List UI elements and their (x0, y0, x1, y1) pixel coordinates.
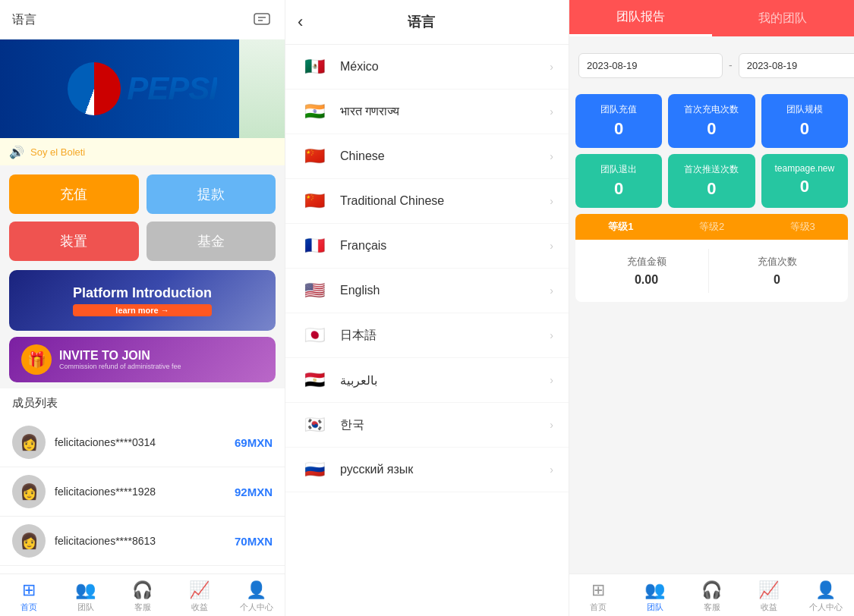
platform-banner[interactable]: Platform Introduction learn more → (9, 270, 276, 331)
lang-item-mexico[interactable]: 🇲🇽 México › (285, 45, 569, 90)
stat-label: 团队规模 (770, 103, 839, 116)
tab-my-team[interactable]: 我的团队 (712, 0, 855, 36)
india-flag-icon: 🇮🇳 (301, 102, 328, 121)
date-from-input[interactable] (578, 53, 723, 78)
level-stat-count: 充值次数 0 (715, 249, 839, 293)
pepsi-circle-icon (68, 62, 121, 115)
members-header: 成员列表 (0, 388, 285, 418)
level-stat-value: 0.00 (591, 273, 702, 287)
lang-name: Chinese (340, 149, 550, 163)
member-amount: 69MXN (235, 436, 273, 449)
language-list: 🇲🇽 México › 🇮🇳 भारत गणराज्य › 🇨🇳 Chinese… (285, 45, 569, 616)
list-item: 👩 felicitaciones****1928 92MXN (0, 467, 285, 517)
pepsi-banner: PEPSI (0, 39, 285, 138)
withdraw-button[interactable]: 提款 (147, 174, 276, 214)
avatar: 👩 (12, 524, 46, 558)
korea-flag-icon: 🇰🇷 (301, 415, 328, 435)
level-tab-1[interactable]: 等级1 (575, 214, 666, 240)
right-nav-profile[interactable]: 👤 个人中心 (797, 580, 854, 613)
left-header: 语言 (0, 0, 285, 39)
lang-item-japanese[interactable]: 🇯🇵 日本語 › (285, 313, 569, 358)
japan-flag-icon: 🇯🇵 (301, 325, 328, 345)
home-icon: ⊞ (22, 580, 36, 600)
install-button[interactable]: 装置 (9, 222, 139, 261)
chevron-right-icon: › (550, 419, 553, 431)
nav-item-profile[interactable]: 👤 个人中心 (228, 580, 285, 613)
invite-title: INVITE TO JOIN (59, 349, 181, 363)
nav-item-service[interactable]: 🎧 客服 (114, 580, 171, 613)
lang-name: русский язык (340, 463, 550, 476)
lang-item-arabic[interactable]: 🇪🇬 بالعربية › (285, 358, 569, 403)
action-buttons: 充值 提款 装置 基金 (0, 165, 285, 270)
member-amount: 92MXN (235, 486, 273, 498)
profile-icon: 👤 (246, 580, 266, 600)
chevron-right-icon: › (550, 240, 553, 252)
nav-label-team: 团队 (77, 602, 94, 613)
lang-item-russian[interactable]: 🇷🇺 русский язык › (285, 448, 569, 492)
nav-item-earnings[interactable]: 📈 收益 (171, 580, 228, 613)
lang-item-english[interactable]: 🇺🇸 English › (285, 269, 569, 313)
stat-label: 首次推送次数 (677, 163, 745, 176)
lang-item-french[interactable]: 🇫🇷 Français › (285, 224, 569, 269)
stat-card-first-recharge: 首次充电次数 0 (668, 94, 755, 148)
member-name: felicitaciones****1928 (55, 486, 235, 498)
chevron-right-icon: › (550, 464, 553, 476)
lang-item-traditional-chinese[interactable]: 🇨🇳 Traditional Chinese › (285, 179, 569, 224)
stats-row-1: 团队充值 0 首次充电次数 0 团队规模 0 (569, 94, 854, 154)
member-name: felicitaciones****8613 (55, 535, 235, 547)
back-button[interactable]: ‹ (298, 12, 303, 32)
russia-flag-icon: 🇷🇺 (301, 460, 328, 479)
team-icon: 👥 (75, 580, 96, 600)
list-item: 👩 felicitaciones****8613 70MXN (0, 517, 285, 566)
right-nav-home[interactable]: ⊞ 首页 (569, 580, 626, 613)
nav-label: 首页 (590, 602, 607, 613)
level-stat-label: 充值次数 (721, 255, 833, 269)
stat-value: 0 (677, 119, 745, 139)
france-flag-icon: 🇫🇷 (301, 236, 328, 256)
lang-name: 日本語 (340, 328, 550, 344)
stat-card-team-recharge: 团队充值 0 (575, 94, 662, 148)
notification-bar: 🔊 Soy el Boleti (0, 138, 285, 165)
lang-item-chinese[interactable]: 🇨🇳 Chinese › (285, 134, 569, 179)
china-flag-icon: 🇨🇳 (301, 146, 328, 166)
date-to-input[interactable] (739, 53, 854, 78)
fund-button[interactable]: 基金 (147, 222, 276, 261)
nav-label: 客服 (704, 602, 720, 613)
lang-name: México (340, 60, 550, 74)
right-nav-earnings[interactable]: 📈 收益 (740, 580, 797, 613)
chevron-right-icon: › (550, 195, 553, 207)
service-icon: 🎧 (701, 580, 722, 600)
right-nav-team[interactable]: 👥 团队 (626, 580, 683, 613)
nav-item-team[interactable]: 👥 团队 (57, 580, 114, 613)
level-stat-label: 充值金额 (591, 255, 702, 269)
nav-label: 收益 (761, 602, 777, 613)
level-tab-2[interactable]: 等级2 (666, 214, 758, 240)
service-icon: 🎧 (132, 580, 153, 600)
lang-name: Traditional Chinese (340, 194, 550, 208)
chevron-right-icon: › (550, 374, 553, 386)
lang-name: भारत गणराज्य (340, 105, 550, 118)
china-flag-icon: 🇨🇳 (301, 191, 328, 211)
chat-icon[interactable] (251, 9, 273, 30)
speaker-icon: 🔊 (9, 145, 24, 159)
nav-label: 团队 (647, 602, 663, 613)
lang-item-korean[interactable]: 🇰🇷 한국 › (285, 403, 569, 448)
egypt-flag-icon: 🇪🇬 (301, 370, 328, 390)
earnings-icon: 📈 (189, 580, 210, 600)
invite-banner[interactable]: 🎁 INVITE TO JOIN Commission refund of ad… (9, 337, 276, 382)
level-tab-3[interactable]: 等级3 (757, 214, 848, 240)
left-title: 语言 (12, 12, 36, 28)
recharge-button[interactable]: 充值 (9, 174, 139, 214)
lang-name: 한국 (340, 417, 550, 433)
mexico-flag-icon: 🇲🇽 (301, 57, 328, 77)
avatar: 👩 (12, 426, 46, 459)
stat-value: 0 (677, 179, 745, 199)
stat-card-team-size: 团队规模 0 (761, 94, 848, 148)
lang-item-india[interactable]: 🇮🇳 भारत गणराज्य › (285, 90, 569, 134)
nav-label: 个人中心 (809, 602, 843, 613)
earnings-icon: 📈 (758, 580, 779, 600)
nav-item-home[interactable]: ⊞ 首页 (0, 580, 57, 613)
right-nav-service[interactable]: 🎧 客服 (683, 580, 740, 613)
tab-team-report[interactable]: 团队报告 (569, 0, 712, 36)
date-filter: - 搜索 (569, 36, 854, 94)
